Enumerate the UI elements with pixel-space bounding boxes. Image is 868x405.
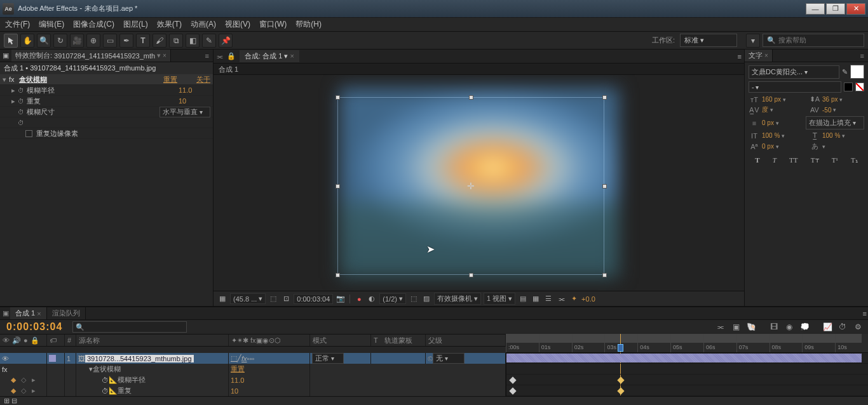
comp-mini-flowchart[interactable]: ⫘ (714, 321, 727, 333)
current-timecode[interactable]: 0:00:03:04 (0, 321, 72, 333)
snapshot-icon[interactable]: 📷 (336, 295, 346, 303)
roi-icon[interactable]: ⬚ (409, 295, 419, 303)
motion-blur-icon[interactable]: ◉ (783, 321, 796, 333)
stopwatch-icon[interactable]: ⏱ (18, 109, 25, 116)
stopwatch-icon[interactable]: ⏱ (18, 98, 25, 105)
toggle-switches-icon[interactable]: ⊞ ⊟ (0, 397, 21, 405)
handle-tl[interactable] (336, 95, 340, 100)
eyedropper-icon[interactable]: ✎ (842, 68, 848, 76)
reset-exposure-icon[interactable]: ✦ (569, 295, 579, 303)
menu-view[interactable]: 视图(V) (222, 19, 253, 30)
allcaps-button[interactable]: TT (789, 156, 797, 164)
panel-menu-icon[interactable]: ≡ (201, 52, 213, 60)
search-dropdown[interactable]: ▾ (746, 34, 760, 48)
hide-shy-icon[interactable]: 🐚 (745, 321, 757, 333)
stopwatch-icon[interactable]: ⏱ (102, 387, 109, 395)
timeline-tab-comp[interactable]: 合成 1 × (10, 307, 47, 319)
timeline-track-area[interactable] (506, 353, 868, 396)
timeline-menu-icon[interactable]: ≡ (863, 310, 867, 317)
channel-icon[interactable]: ● (354, 295, 364, 303)
fill-color-swatch[interactable] (850, 65, 864, 79)
eraser-tool[interactable]: ◧ (186, 34, 200, 48)
rectangle-tool[interactable]: ▭ (103, 34, 117, 48)
keyframe[interactable] (618, 387, 625, 394)
viewport[interactable]: ✛ ➤ (214, 75, 744, 291)
stopwatch-icon[interactable]: ⏱ (18, 87, 25, 94)
layer-label[interactable] (49, 355, 56, 362)
handle-bl[interactable] (336, 273, 340, 277)
selection-tool[interactable] (4, 34, 18, 48)
timeline-icon[interactable]: ☰ (543, 295, 553, 303)
magnification-select[interactable]: (45.8 ... ▾ (230, 293, 266, 304)
transparency-icon[interactable]: ▨ (421, 295, 431, 303)
bold-button[interactable]: T (755, 156, 759, 164)
pan-behind-tool[interactable]: ⊕ (86, 34, 100, 48)
handle-tr[interactable] (602, 95, 607, 100)
menu-composition[interactable]: 图像合成(C) (71, 19, 117, 30)
grid-icon[interactable]: ▦ (217, 295, 227, 303)
stopwatch-icon[interactable]: ⏱ (102, 376, 109, 384)
workspace-select[interactable]: 标准 ▾ (680, 34, 737, 47)
anchor-point[interactable]: ✛ (466, 182, 475, 190)
mask-icon[interactable]: ⊡ (281, 295, 291, 303)
smallcaps-button[interactable]: Tᴛ (811, 156, 819, 164)
blend-mode-select[interactable]: 正常 ▾ (312, 353, 344, 364)
character-tab[interactable]: 文字 × (745, 50, 773, 62)
effect-header-row[interactable]: ▾ fx 盒状模糊 重置 关于 (0, 74, 213, 85)
handle-bc[interactable] (469, 273, 473, 277)
pixel-aspect-icon[interactable]: ▤ (518, 295, 528, 303)
nofill-swatch[interactable] (855, 83, 864, 91)
exposure-value[interactable]: +0.0 (581, 295, 595, 303)
reset-link[interactable]: 重置 (163, 75, 177, 84)
parent-select[interactable]: 无 ▾ (433, 353, 465, 364)
keyframe[interactable] (509, 376, 516, 383)
edge-checkbox[interactable] (25, 130, 32, 137)
keyframe[interactable] (509, 387, 516, 394)
comp-panel-menu[interactable]: ≡ (738, 53, 742, 60)
dimensions-select[interactable]: 水平与垂直 ▾ (159, 107, 210, 117)
project-icon[interactable]: ▣ (0, 51, 11, 60)
frame-blend-icon[interactable]: 🎞 (768, 321, 780, 333)
close-button[interactable]: ✕ (846, 3, 865, 15)
text-tool[interactable]: T (136, 34, 150, 48)
eye-icon[interactable]: 👁 (3, 336, 10, 344)
lock-icon[interactable]: 🔒 (227, 52, 236, 60)
layer-row[interactable]: 👁 1 🖼 3910728...54415923_mthumb.jpg ⬚ ╱ … (0, 353, 506, 364)
baseline-value[interactable]: 0 px (762, 143, 774, 150)
views-select[interactable]: 1 视图 ▾ (484, 293, 515, 305)
effect-controls-tab[interactable]: 特效控制台: 39107284_1411954415923_mth ▾ × (11, 50, 171, 62)
label-icon[interactable]: 🏷 (50, 336, 57, 344)
viewer-timecode[interactable]: 0:00:03:04 (294, 294, 333, 304)
layer-bar[interactable] (506, 354, 862, 362)
char-panel-menu[interactable]: ≡ (857, 52, 868, 60)
effect-row[interactable]: fx ▾ 盒状模糊 重置 (0, 364, 506, 375)
about-link[interactable]: 关于 (196, 75, 210, 84)
help-search-input[interactable]: 🔍搜索帮助 (763, 34, 864, 47)
superscript-button[interactable]: T¹ (832, 156, 838, 164)
lock-icon[interactable]: 🔒 (31, 336, 39, 345)
rotation-tool[interactable]: ↻ (53, 34, 67, 48)
clone-tool[interactable]: ⧉ (169, 34, 183, 48)
stroke-swatch[interactable] (844, 83, 853, 91)
source-name-header[interactable]: 源名称 (76, 335, 229, 346)
font-size-value[interactable]: 160 px (762, 96, 781, 103)
prop-dimensions[interactable]: ⏱ 模糊尺寸 水平与垂直 ▾ (0, 107, 213, 117)
graph-editor-icon[interactable]: 📈 (821, 321, 834, 333)
roto-tool[interactable]: ✎ (202, 34, 216, 48)
handle-br[interactable] (602, 273, 607, 277)
prop-edge[interactable]: 重复边缘像素 (0, 128, 213, 139)
vscale-value[interactable]: 100 % (762, 132, 780, 139)
comp-subtab[interactable]: 合成 1 (214, 63, 744, 75)
prop-blur-radius[interactable]: ▸⏱ 模糊半径 11.0 (0, 85, 213, 96)
prop-iterations[interactable]: ▸⏱ 重复 10 (0, 96, 213, 107)
audio-icon[interactable]: 🔊 (12, 336, 21, 345)
resolution-select[interactable]: (1/2) ▾ (379, 293, 406, 304)
time-ruler[interactable]: :00s 01s 02s 03s 04s 05s 06s 07s 08s 09s… (506, 334, 868, 353)
handle-tc[interactable] (469, 95, 473, 100)
auto-keyframe-icon[interactable]: ⏱ (836, 321, 849, 333)
menu-effect[interactable]: 效果(T) (154, 19, 184, 30)
italic-button[interactable]: T (773, 156, 776, 164)
minimize-button[interactable]: — (806, 3, 825, 15)
menu-help[interactable]: 帮助(H) (293, 19, 324, 30)
resolution-icon[interactable]: ⬚ (268, 295, 278, 303)
